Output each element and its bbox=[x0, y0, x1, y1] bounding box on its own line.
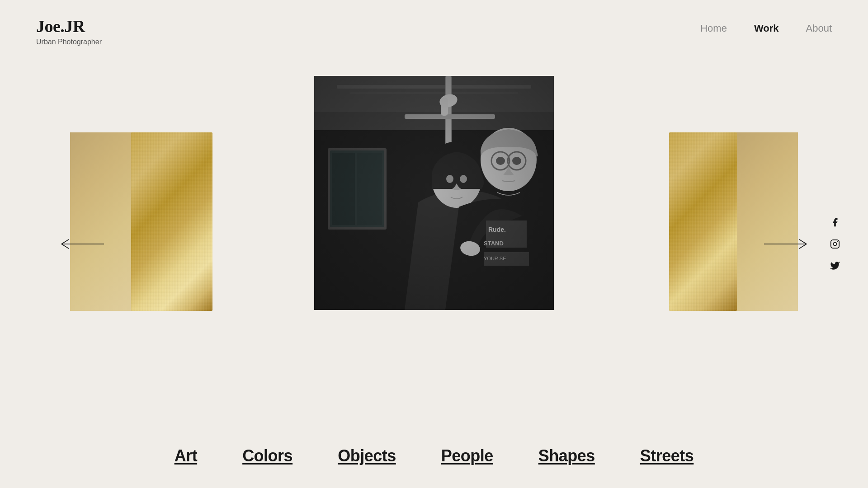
facebook-icon[interactable] bbox=[829, 216, 841, 228]
social-icons bbox=[829, 216, 841, 272]
right-texture-ext bbox=[735, 132, 798, 311]
main-nav: Home Work About bbox=[700, 23, 832, 34]
svg-point-37 bbox=[837, 241, 838, 242]
svg-point-36 bbox=[833, 242, 836, 245]
left-texture-ext bbox=[70, 132, 133, 311]
category-colors[interactable]: Colors bbox=[242, 446, 292, 465]
prev-button[interactable] bbox=[59, 239, 104, 249]
twitter-icon[interactable] bbox=[829, 260, 841, 272]
instagram-icon[interactable] bbox=[829, 238, 841, 250]
header: Joe.JR Urban Photographer Home Work Abou… bbox=[0, 0, 868, 46]
category-shapes[interactable]: Shapes bbox=[538, 446, 595, 465]
category-people[interactable]: People bbox=[441, 446, 493, 465]
next-button[interactable] bbox=[764, 239, 809, 249]
hero-image: Rude. STAND YOUR SE bbox=[314, 76, 554, 310]
nav-home[interactable]: Home bbox=[700, 23, 727, 34]
site-tagline: Urban Photographer bbox=[36, 38, 102, 46]
svg-rect-32 bbox=[314, 76, 554, 310]
nav-about[interactable]: About bbox=[806, 23, 832, 34]
right-texture-panel bbox=[669, 132, 737, 311]
category-streets[interactable]: Streets bbox=[640, 446, 694, 465]
left-texture-panel bbox=[131, 132, 212, 311]
category-nav: Art Colors Objects People Shapes Streets bbox=[0, 446, 868, 465]
hero-photo: Rude. STAND YOUR SE bbox=[314, 76, 554, 310]
logo-block: Joe.JR Urban Photographer bbox=[36, 16, 102, 46]
category-art[interactable]: Art bbox=[175, 446, 198, 465]
site-logo[interactable]: Joe.JR bbox=[36, 16, 102, 36]
nav-work[interactable]: Work bbox=[754, 23, 779, 34]
svg-rect-35 bbox=[831, 240, 839, 248]
category-objects[interactable]: Objects bbox=[338, 446, 396, 465]
